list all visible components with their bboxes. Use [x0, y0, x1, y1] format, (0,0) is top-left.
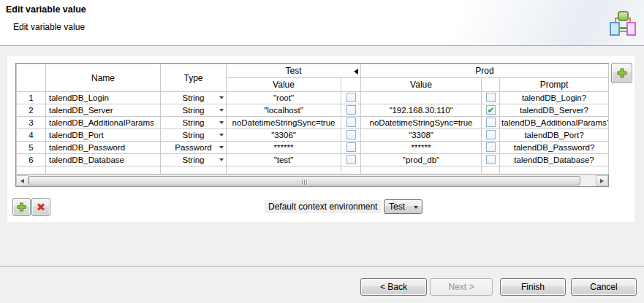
checkbox[interactable]: [346, 155, 356, 164]
checkbox[interactable]: [486, 93, 496, 102]
prod-check-cell[interactable]: [482, 154, 500, 166]
type-value: String: [182, 131, 204, 139]
chevron-down-icon: [219, 134, 224, 137]
empty-row: [17, 166, 609, 174]
prompt-cell[interactable]: talendDB_Login?: [500, 92, 609, 104]
test-value-cell[interactable]: "localhost": [227, 104, 341, 117]
table-row: 4 talendDB_Port String "3306" "3308" tal…: [17, 129, 609, 142]
name-cell[interactable]: talendDB_AdditionalParams: [46, 117, 161, 129]
table-row: 6 talendDB_Database String "test" "prod_…: [17, 154, 609, 166]
column-header-prod-prompt-check: [482, 78, 500, 92]
prod-check-cell[interactable]: [482, 129, 500, 142]
delete-x-icon: ✖: [37, 202, 46, 212]
row-number: 6: [17, 154, 46, 166]
test-check-cell[interactable]: [341, 142, 361, 154]
type-value: String: [182, 118, 204, 127]
row-number: 3: [17, 117, 46, 129]
scroll-right-button[interactable]: [596, 175, 608, 186]
column-header-test-prompt-check: [341, 78, 361, 92]
test-value-cell[interactable]: "root": [227, 92, 341, 104]
name-cell[interactable]: talendDB_Database: [46, 154, 161, 166]
type-value: String: [182, 106, 204, 115]
edit-variable-value-dialog: { "banner": { "title": "Edit variable va…: [0, 0, 644, 303]
prod-value-cell[interactable]: "prod_db": [361, 154, 482, 166]
default-context-dropdown[interactable]: Test: [384, 199, 423, 214]
test-value-cell[interactable]: "3306": [227, 129, 341, 142]
scrollbar-grip-icon: [301, 174, 308, 188]
type-cell[interactable]: String: [161, 92, 227, 104]
scroll-left-button[interactable]: [16, 175, 29, 186]
row-number: 1: [17, 92, 46, 104]
context-variables-icon: [610, 9, 637, 37]
prod-check-cell[interactable]: [482, 92, 500, 104]
prod-value-cell[interactable]: "3308": [361, 129, 482, 142]
row-number: 4: [17, 129, 46, 142]
checkbox[interactable]: [346, 130, 356, 139]
name-cell[interactable]: talendDB_Login: [46, 92, 161, 104]
test-check-cell[interactable]: [341, 104, 361, 117]
add-context-button[interactable]: [611, 63, 632, 83]
name-cell[interactable]: talendDB_Port: [46, 129, 161, 142]
finish-button[interactable]: Finish: [500, 278, 566, 296]
test-check-cell[interactable]: [341, 92, 361, 104]
back-button[interactable]: < Back: [360, 278, 427, 296]
row-number: 2: [17, 104, 46, 117]
test-check-cell[interactable]: [341, 117, 361, 129]
prod-value-cell[interactable]: ******: [361, 142, 482, 154]
next-button: Next >: [430, 278, 493, 296]
page-title: Edit variable value: [6, 4, 86, 15]
prod-check-cell[interactable]: [482, 117, 500, 129]
prompt-cell[interactable]: talendDB_Port?: [500, 129, 609, 142]
prod-value-cell[interactable]: noDatetimeStringSync=true: [361, 117, 482, 129]
chevron-down-icon: [219, 146, 224, 149]
chevron-down-icon: [414, 206, 418, 209]
prod-value-cell[interactable]: [361, 92, 482, 104]
plus-icon: [17, 202, 26, 212]
type-cell[interactable]: String: [161, 129, 227, 142]
table-row: 3 talendDB_AdditionalParams String noDat…: [17, 117, 609, 129]
checkbox[interactable]: [486, 130, 496, 139]
column-header-prompt: Prompt: [500, 78, 609, 92]
prompt-cell[interactable]: talendDB_AdditionalParams?: [500, 117, 609, 129]
name-cell[interactable]: talendDB_Server: [46, 104, 161, 117]
column-header-type: Type: [161, 64, 227, 92]
checkbox[interactable]: [486, 118, 496, 127]
test-check-cell[interactable]: [341, 129, 361, 142]
type-value: Password: [175, 143, 212, 152]
test-value-cell[interactable]: noDatetimeStringSync=true: [227, 117, 341, 129]
checkbox[interactable]: [346, 142, 356, 152]
chevron-down-icon: [219, 96, 224, 99]
type-cell[interactable]: String: [161, 104, 227, 117]
checkbox[interactable]: [486, 155, 496, 164]
name-cell[interactable]: talendDB_Password: [46, 142, 161, 154]
table-row: 1 talendDB_Login String "root" talendDB_…: [17, 92, 609, 104]
add-variable-button[interactable]: [12, 198, 31, 216]
hidden-columns-indicator-icon[interactable]: [354, 69, 358, 74]
checkbox[interactable]: [346, 105, 356, 115]
checkbox[interactable]: [346, 93, 356, 102]
chevron-down-icon: [219, 158, 224, 161]
column-group-test: Test: [227, 64, 361, 78]
banner-separator: [0, 45, 644, 46]
cancel-button[interactable]: Cancel: [571, 278, 637, 296]
test-value-cell[interactable]: "test": [227, 154, 341, 166]
checkbox[interactable]: [486, 142, 496, 152]
prompt-cell[interactable]: talendDB_Server?: [500, 104, 609, 117]
prod-check-cell[interactable]: [482, 104, 500, 117]
checkbox[interactable]: [346, 118, 356, 127]
test-value-cell[interactable]: ******: [227, 142, 341, 154]
test-check-cell[interactable]: [341, 154, 361, 166]
type-value: String: [182, 93, 204, 102]
checkbox[interactable]: [486, 105, 496, 115]
prod-value-cell[interactable]: "192.168.30.110": [361, 104, 482, 117]
prod-check-cell[interactable]: [482, 142, 500, 154]
delete-variable-button[interactable]: ✖: [31, 198, 50, 216]
prompt-cell[interactable]: talendDB_Database?: [500, 154, 609, 166]
type-cell[interactable]: String: [161, 117, 227, 129]
prompt-cell[interactable]: talendDB_Password?: [500, 142, 609, 154]
horizontal-scrollbar[interactable]: [16, 174, 608, 186]
context-icon-blue-item: [610, 22, 620, 36]
type-cell[interactable]: String: [161, 154, 227, 166]
scrollbar-thumb[interactable]: [29, 176, 580, 185]
type-cell[interactable]: Password: [161, 142, 227, 154]
